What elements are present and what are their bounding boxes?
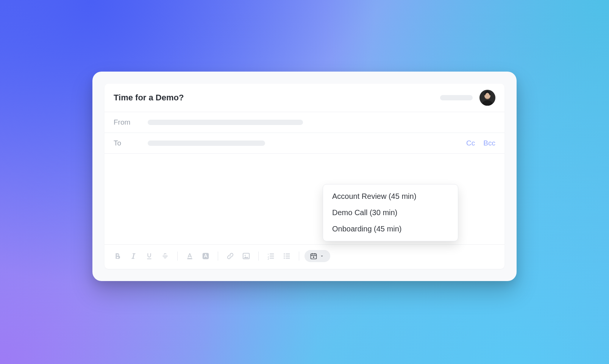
text-color-button[interactable]	[183, 249, 197, 263]
svg-point-5	[284, 253, 285, 255]
separator	[299, 252, 299, 261]
menu-item-onboarding[interactable]: Onboarding (45 min)	[323, 221, 458, 237]
bcc-button[interactable]: Bcc	[483, 139, 495, 147]
insert-meeting-button[interactable]	[304, 250, 330, 262]
svg-point-4	[245, 255, 246, 256]
separator	[177, 252, 178, 261]
chevron-down-icon	[320, 254, 324, 258]
subject-text[interactable]: Time for a Demo?	[114, 93, 440, 103]
from-label: From	[114, 118, 148, 127]
image-button[interactable]	[239, 249, 253, 263]
avatar[interactable]	[479, 90, 495, 106]
link-icon	[226, 252, 234, 260]
separator	[218, 252, 218, 261]
compose-card: Time for a Demo? From	[92, 72, 517, 281]
menu-item-demo-call[interactable]: Demo Call (30 min)	[323, 205, 458, 221]
avatar-image-icon	[479, 90, 495, 106]
calendar-add-icon	[310, 252, 317, 260]
bold-icon	[113, 252, 122, 260]
background-color-button[interactable]	[199, 249, 212, 263]
strikethrough-button[interactable]	[158, 249, 172, 263]
sender-placeholder	[440, 95, 473, 100]
unordered-list-icon	[283, 252, 291, 260]
background-color-icon	[201, 252, 210, 260]
to-field[interactable]	[148, 141, 265, 146]
ordered-list-button[interactable]	[264, 249, 278, 263]
italic-button[interactable]	[126, 249, 140, 263]
subject-row: Time for a Demo?	[105, 84, 504, 112]
to-label: To	[114, 139, 148, 147]
image-icon	[242, 252, 250, 260]
to-row: To Cc Bcc	[105, 133, 504, 154]
svg-point-6	[284, 256, 285, 257]
underline-button[interactable]	[142, 249, 156, 263]
unordered-list-button[interactable]	[280, 249, 294, 263]
underline-icon	[145, 252, 153, 260]
text-color-icon	[186, 252, 194, 260]
from-row: From	[105, 112, 504, 133]
meeting-type-menu: Account Review (45 min) Demo Call (30 mi…	[323, 184, 458, 241]
separator	[258, 252, 259, 261]
compose-panel: Time for a Demo? From	[105, 84, 504, 269]
bold-button[interactable]	[111, 249, 124, 263]
italic-icon	[129, 252, 137, 260]
message-body[interactable]: Account Review (45 min) Demo Call (30 mi…	[105, 154, 504, 245]
from-field[interactable]	[148, 120, 303, 125]
svg-point-7	[284, 258, 285, 259]
link-button[interactable]	[223, 249, 237, 263]
cc-button[interactable]: Cc	[466, 139, 475, 147]
menu-item-account-review[interactable]: Account Review (45 min)	[323, 188, 458, 205]
ordered-list-icon	[267, 252, 275, 260]
strikethrough-icon	[161, 252, 169, 260]
format-toolbar	[105, 245, 504, 269]
